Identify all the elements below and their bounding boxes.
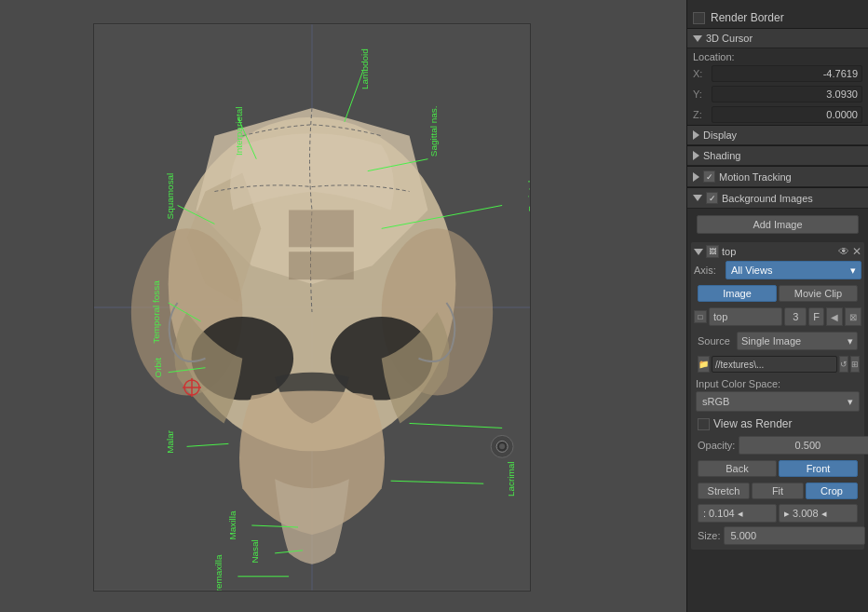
svg-text:Parietal: Parietal [526, 181, 530, 212]
svg-text:Sagittal nas.: Sagittal nas. [428, 105, 439, 156]
axis-dropdown[interactable]: All Views ▾ [726, 261, 861, 279]
motion-tracking-collapse-icon [693, 172, 699, 182]
x-coord-field[interactable]: : 0.104 ◂ [698, 504, 777, 523]
cursor-collapse-icon [693, 35, 702, 42]
location-label: Location: [687, 48, 868, 63]
x-label: X: [693, 68, 710, 79]
crop-button[interactable]: Crop [806, 483, 858, 499]
filepath-browse-icon[interactable]: ⊞ [850, 356, 860, 373]
stretch-button[interactable]: Stretch [698, 483, 750, 499]
colorspace-dropdown[interactable]: sRGB ▾ [696, 391, 860, 412]
source-dropdown[interactable]: Single Image ▾ [737, 332, 858, 350]
axis-value: All Views [731, 265, 772, 276]
shading-collapse-icon [693, 151, 699, 160]
svg-rect-10 [289, 210, 354, 247]
motion-tracking-section: Motion Tracking [687, 167, 868, 188]
display-collapse-icon [693, 130, 699, 140]
colorspace-value: sRGB [702, 396, 729, 407]
front-button[interactable]: Front [779, 460, 858, 477]
y-coord-field[interactable]: ▸ 3.008 ◂ [779, 504, 858, 523]
right-panel: Render Border 3D Cursor Location: X: Y: … [686, 0, 868, 612]
y-coord-value: ▸ 3.008 ◂ [784, 508, 827, 520]
cursor-section-label: 3D Cursor [706, 33, 753, 44]
frame-f-field[interactable]: F [808, 307, 824, 326]
image-tab[interactable]: Image [698, 285, 777, 302]
image-entry-header: 🖼 top 👁 ✕ [694, 245, 861, 258]
z-input[interactable] [712, 106, 862, 123]
motion-tracking-label: Motion Tracking [719, 171, 792, 183]
svg-text:Maxilla: Maxilla [227, 510, 237, 539]
bg-images-checkbox[interactable] [706, 192, 718, 204]
svg-point-40 [499, 443, 505, 449]
shading-section: Shading [687, 146, 868, 167]
axis-dropdown-arrow: ▾ [850, 265, 856, 277]
source-value: Single Image [741, 335, 801, 347]
back-front-row: Back Front [694, 457, 861, 480]
view-as-render-label: View as Render [713, 417, 793, 430]
svg-text:Temporal fossa: Temporal fossa [151, 280, 161, 344]
z-label: Z: [693, 109, 710, 120]
source-dropdown-arrow: ▾ [848, 335, 853, 347]
opacity-input[interactable] [739, 436, 868, 455]
size-row: Size: [694, 524, 861, 547]
display-header[interactable]: Display [687, 126, 868, 145]
colorspace-arrow: ▾ [848, 396, 853, 408]
svg-text:Lacrimal: Lacrimal [506, 461, 516, 496]
add-image-container: Add Image [687, 209, 868, 240]
svg-text:Premaxilla: Premaxilla [213, 554, 224, 591]
view-render-row: View as Render [694, 415, 861, 433]
axis-label: Axis: [694, 265, 722, 276]
motion-tracking-header[interactable]: Motion Tracking [687, 167, 868, 187]
svg-text:Malar: Malar [165, 429, 175, 454]
view-as-render-checkbox[interactable] [698, 418, 710, 430]
view-thumb-icon: □ [694, 310, 707, 323]
image-entry: 🖼 top 👁 ✕ Axis: All Views ▾ Image Movie … [691, 242, 864, 550]
frame-number: 3 [793, 311, 798, 322]
render-border-checkbox[interactable] [693, 12, 705, 24]
background-images-section: Background Images Add Image 🖼 top 👁 ✕ Ax… [687, 188, 868, 551]
frame-action2-icon[interactable]: ⊠ [845, 307, 861, 326]
z-field-row: Z: [687, 104, 868, 125]
filepath-reload-icon[interactable]: ↺ [839, 356, 848, 373]
source-label: Source [698, 335, 733, 347]
axis-row: Axis: All Views ▾ [694, 261, 861, 279]
filepath-input[interactable] [712, 356, 837, 373]
fit-button[interactable]: Fit [752, 483, 804, 499]
svg-text:Nasal: Nasal [250, 539, 260, 563]
x-field-row: X: [687, 63, 868, 84]
size-input[interactable] [724, 526, 865, 545]
frame-number-field[interactable]: 3 [784, 307, 807, 326]
background-images-header[interactable]: Background Images [687, 188, 868, 209]
shading-header[interactable]: Shading [687, 146, 868, 166]
cursor-icon [183, 378, 201, 397]
colorspace-label: Input Color Space: [694, 375, 861, 390]
add-image-button[interactable]: Add Image [697, 215, 859, 234]
render-border-label: Render Border [711, 11, 784, 24]
back-button[interactable]: Back [698, 460, 777, 477]
y-input[interactable] [712, 86, 862, 102]
svg-text:Lambdoid: Lambdoid [359, 48, 370, 89]
remove-image-icon[interactable]: ✕ [852, 245, 861, 258]
filepath-folder-icon[interactable]: 📁 [698, 356, 710, 373]
image-entry-collapse-icon[interactable] [694, 249, 703, 255]
frame-action1-icon[interactable]: ◀ [826, 307, 843, 326]
source-row: Source Single Image ▾ [694, 329, 861, 353]
motion-tracking-checkbox[interactable] [703, 170, 715, 183]
image-thumb-icon: 🖼 [706, 245, 719, 258]
view-frame-row: □ top 3 F ◀ ⊠ [694, 307, 861, 326]
visibility-toggle-icon[interactable]: 👁 [838, 245, 849, 258]
viewport[interactable]: Lambdoid Interparietal Sagittal nas. Par… [0, 0, 686, 612]
opacity-row: Opacity: [694, 433, 861, 457]
stretch-fit-crop-row: Stretch Fit Crop [694, 480, 861, 502]
bg-images-collapse-icon [693, 195, 702, 201]
cursor-header[interactable]: 3D Cursor [687, 29, 868, 48]
size-label: Size: [698, 530, 720, 541]
display-section: Display [687, 126, 868, 146]
shading-label: Shading [703, 150, 740, 161]
x-input[interactable] [712, 65, 862, 82]
view-label-field[interactable]: top [709, 307, 782, 326]
filepath-row: 📁 ↺ ⊞ [694, 353, 861, 375]
display-label: Display [703, 129, 737, 141]
svg-rect-11 [289, 252, 354, 279]
movie-clip-tab[interactable]: Movie Clip [779, 285, 858, 302]
